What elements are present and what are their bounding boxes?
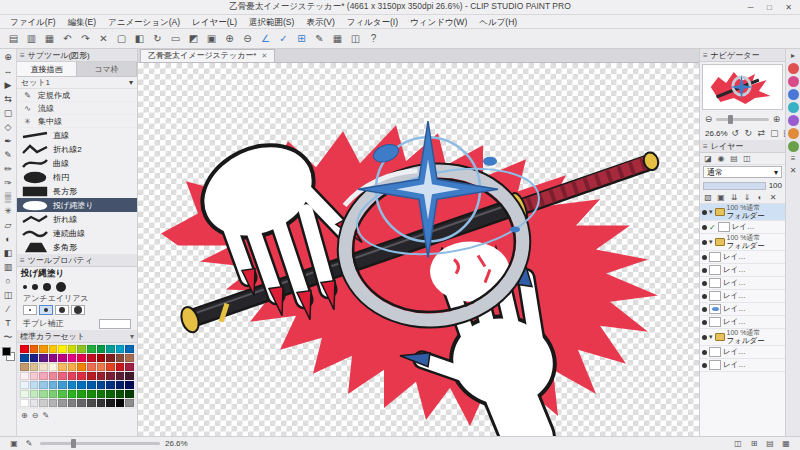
color-swatch[interactable] [30, 363, 39, 371]
material-color-pattern-icon[interactable] [788, 89, 799, 100]
pen-tool[interactable]: ✎ [1, 148, 16, 162]
canvas-document[interactable] [138, 63, 699, 436]
color-swatch[interactable] [87, 354, 96, 362]
color-swatch[interactable] [87, 372, 96, 380]
color-swatch[interactable] [77, 363, 86, 371]
zoom-tool[interactable]: ⊕ [1, 50, 16, 64]
color-swatch[interactable] [20, 345, 29, 353]
color-swatch[interactable] [39, 363, 48, 371]
visibility-eye-icon[interactable] [702, 350, 707, 355]
brush-size-dot[interactable] [23, 285, 27, 289]
material-image-icon[interactable] [788, 128, 799, 139]
color-swatch[interactable] [106, 354, 115, 362]
layer-row[interactable]: ▾100 %通常フォルダー [700, 234, 785, 251]
color-swatch[interactable] [106, 390, 115, 398]
menu-item-5[interactable]: 選択範囲(S) [243, 15, 300, 29]
color-swatch[interactable] [58, 363, 67, 371]
color-swatch[interactable] [77, 381, 86, 389]
subtool-item-8[interactable]: 連続曲線 [17, 226, 137, 240]
visibility-eye-icon[interactable] [702, 210, 707, 215]
subtool-set-row[interactable]: セット1 ▾ [17, 77, 137, 89]
border-selection-icon[interactable]: ▣ [203, 31, 220, 47]
flip-horizontal-icon[interactable]: ⇄ [756, 128, 767, 139]
layer-move-tool[interactable]: ⇆ [1, 92, 16, 106]
menu-item-2[interactable]: 編集(E) [62, 15, 102, 29]
eyedropper-tool[interactable]: ✒ [1, 134, 16, 148]
color-swatch[interactable] [87, 399, 96, 407]
quick-access-icon[interactable] [788, 63, 799, 74]
eraser-tool[interactable]: ▱ [1, 218, 16, 232]
color-swatch[interactable] [68, 363, 77, 371]
subtool-group-3[interactable]: ✳集中線 [17, 115, 137, 128]
material-monochrome-icon[interactable] [788, 102, 799, 113]
color-swatch[interactable] [20, 381, 29, 389]
color-swatch[interactable] [39, 390, 48, 398]
color-swatch[interactable] [125, 372, 134, 380]
color-swatch[interactable] [20, 399, 29, 407]
color-swatch[interactable] [20, 372, 29, 380]
opacity-slider[interactable] [703, 182, 766, 190]
color-swatch[interactable] [68, 372, 77, 380]
color-swatch[interactable] [106, 363, 115, 371]
panel-menu-icon[interactable]: ≡ [20, 256, 25, 265]
color-swatch[interactable] [116, 372, 125, 380]
color-swatch[interactable] [58, 399, 67, 407]
color-swatch[interactable] [30, 390, 39, 398]
layer-row[interactable]: レイ… [700, 303, 785, 316]
color-swatch[interactable] [39, 372, 48, 380]
material-icon[interactable]: ◫ [347, 31, 364, 47]
navigator-thumbnail[interactable] [702, 64, 783, 110]
antialias-weak-option[interactable] [39, 305, 53, 315]
color-swatch[interactable] [106, 345, 115, 353]
subtool-item-6[interactable]: 投げ縄塗り [17, 198, 137, 212]
snap-special-ruler-icon[interactable]: ✓ [275, 31, 292, 47]
visibility-eye-icon[interactable] [702, 320, 707, 325]
text-tool[interactable]: T [1, 316, 16, 330]
visibility-eye-icon[interactable] [702, 307, 707, 312]
decoration-tool[interactable]: ✳ [1, 204, 16, 218]
visibility-eye-icon[interactable] [702, 335, 707, 340]
auto-select-tool[interactable]: ◇ [1, 120, 16, 134]
color-swatch[interactable] [125, 354, 134, 362]
subtool-item-4[interactable]: 楕円 [17, 170, 137, 184]
color-swatch[interactable] [106, 399, 115, 407]
layer-property-icon[interactable]: ▤ [729, 154, 739, 163]
menu-item-7[interactable]: フィルター(I) [341, 15, 404, 29]
color-swatch[interactable] [39, 381, 48, 389]
color-swatch[interactable] [30, 399, 39, 407]
color-swatch[interactable] [97, 354, 106, 362]
menu-item-3[interactable]: アニメーション(A) [102, 15, 186, 29]
subtool-item-5[interactable]: 長方形 [17, 184, 137, 198]
rotate-right-icon[interactable]: ↻ [743, 128, 754, 139]
material-download-icon[interactable] [788, 76, 799, 87]
grid-toggle-icon[interactable]: ▦ [329, 31, 346, 47]
zoom-in-icon[interactable]: ⊕ [771, 114, 782, 125]
material-dock-icon[interactable]: ▤ [764, 439, 776, 448]
brush-size-dot[interactable] [56, 282, 66, 292]
invert-selection-icon[interactable]: ◩ [185, 31, 202, 47]
expand-triangle-icon[interactable]: ▾ [709, 333, 713, 341]
color-swatch[interactable] [87, 381, 96, 389]
add-color-icon[interactable]: ⊕ [21, 411, 28, 420]
color-swatch[interactable] [49, 390, 58, 398]
blend-tool[interactable]: ◐ [1, 232, 16, 246]
color-swatch[interactable] [97, 381, 106, 389]
selection-tool[interactable]: ▢ [1, 106, 16, 120]
color-swatch[interactable] [49, 399, 58, 407]
color-swatch[interactable] [39, 345, 48, 353]
color-swatch[interactable] [68, 345, 77, 353]
subtool-item-7[interactable]: 折れ線 [17, 212, 137, 226]
color-swatch[interactable] [97, 345, 106, 353]
main-color-swatch[interactable] [2, 347, 11, 356]
delete-layer-icon[interactable]: ✕ [768, 193, 778, 202]
color-swatch[interactable] [125, 381, 134, 389]
palette-dock-icon[interactable]: ◫ [732, 439, 744, 448]
color-swatch[interactable] [77, 372, 86, 380]
color-swatch[interactable] [116, 354, 125, 362]
antialias-strong-option[interactable] [71, 305, 85, 315]
color-swatch[interactable] [116, 390, 125, 398]
visibility-eye-icon[interactable] [702, 294, 707, 299]
undo-icon[interactable]: ↶ [59, 31, 76, 47]
layer-search-icon[interactable]: ◉ [716, 154, 726, 163]
color-swatch[interactable] [49, 363, 58, 371]
